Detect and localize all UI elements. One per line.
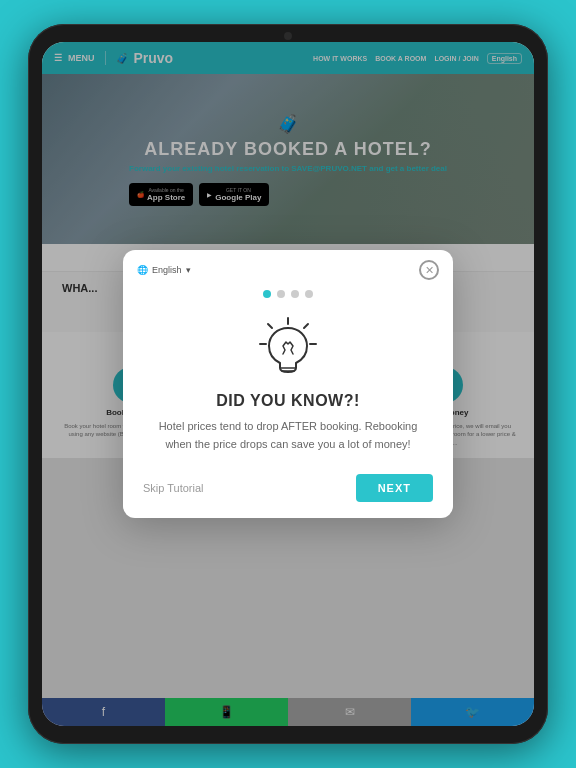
- svg-line-3: [268, 324, 272, 328]
- modal-description: Hotel prices tend to drop AFTER booking.…: [123, 418, 453, 473]
- tablet-screen: ☰ MENU 🧳 Pruvo HOW IT WORKS BOOK A ROOM …: [42, 42, 534, 726]
- dot-2: [277, 290, 285, 298]
- modal-language-selector[interactable]: 🌐 English ▾: [137, 265, 191, 275]
- modal-overlay: 🌐 English ▾ ✕: [42, 42, 534, 726]
- next-button[interactable]: NEXT: [356, 474, 433, 502]
- dot-3: [291, 290, 299, 298]
- globe-icon: 🌐: [137, 265, 148, 275]
- tablet-frame: ☰ MENU 🧳 Pruvo HOW IT WORKS BOOK A ROOM …: [28, 24, 548, 744]
- modal-progress-dots: [123, 280, 453, 304]
- language-label: English: [152, 265, 182, 275]
- lightbulb-icon: [253, 314, 323, 384]
- modal-icon-area: [123, 304, 453, 392]
- dot-4: [305, 290, 313, 298]
- modal-title: DID YOU KNOW?!: [123, 392, 453, 418]
- modal-close-button[interactable]: ✕: [419, 260, 439, 280]
- modal-dialog: 🌐 English ▾ ✕: [123, 250, 453, 517]
- modal-footer: Skip Tutorial NEXT: [123, 474, 453, 518]
- chevron-down-icon: ▾: [186, 265, 191, 275]
- dot-1: [263, 290, 271, 298]
- svg-line-1: [304, 324, 308, 328]
- modal-header: 🌐 English ▾ ✕: [123, 250, 453, 280]
- tablet-camera: [284, 32, 292, 40]
- skip-tutorial-button[interactable]: Skip Tutorial: [143, 482, 204, 494]
